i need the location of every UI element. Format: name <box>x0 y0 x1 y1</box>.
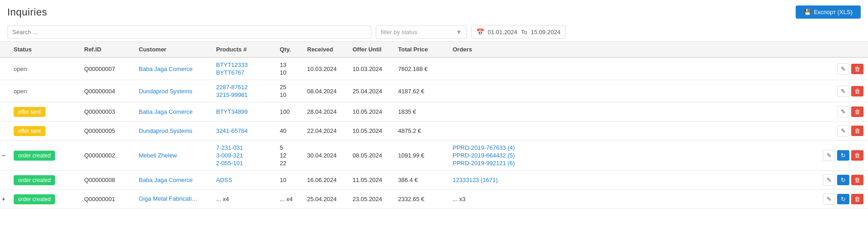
order-link[interactable]: PPRD-2019-992121 (6) <box>453 160 813 167</box>
status-cell: open <box>9 80 80 102</box>
filter-status-dropdown[interactable]: filter by status ▼ <box>376 25 467 39</box>
delete-button[interactable]: 🗑 <box>851 194 863 204</box>
customer-cell[interactable]: Dundaprod Systems <box>134 121 212 141</box>
delete-button[interactable]: 🗑 <box>851 126 863 136</box>
col-customer: Customer <box>134 42 212 57</box>
expand-col <box>0 57 9 80</box>
date-range-picker[interactable]: 📅 01.01.2024 To 15.09.2024 <box>471 25 565 39</box>
table-header-row: Status Ref.ID Customer Products # Qty. R… <box>0 42 868 57</box>
table-row: openQ00000007Baba Jaga ComerceBTYT12333B… <box>0 57 868 80</box>
product-link[interactable]: BTYT12333 <box>216 61 271 68</box>
customer-link[interactable]: Baba Jaga Comerce <box>139 108 193 115</box>
product-link[interactable]: 3215-99981 <box>216 91 271 98</box>
customer-link[interactable]: Dundaprod Systems <box>139 127 192 134</box>
edit-button[interactable]: ✎ <box>823 174 835 186</box>
orders-cell: ... x3 <box>448 190 818 209</box>
status-cell: order created <box>9 171 80 190</box>
actions-cell: ✎↻🗑 <box>818 171 868 190</box>
col-products: Products # <box>212 42 275 57</box>
products-cell: ... x4 <box>212 190 275 209</box>
refid-cell: Q00000008 <box>80 171 134 190</box>
export-button[interactable]: 💾 Експорт (XLS) <box>796 5 861 19</box>
product-link[interactable]: 2-055-101 <box>216 160 271 167</box>
table-row: openQ00000004Dundaprod Systems2287-87612… <box>0 80 868 102</box>
product-link[interactable]: BTYT34899 <box>216 108 271 115</box>
export-icon: 💾 <box>804 9 811 15</box>
edit-button[interactable]: ✎ <box>823 193 835 205</box>
received-cell: 10.03.2024 <box>303 57 348 80</box>
customer-link[interactable]: Mebeli Zhelew <box>139 152 177 159</box>
customer-link[interactable]: Baba Jaga Comerce <box>139 66 193 72</box>
table-row: offer sentQ00000003Baba Jaga ComerceBTYT… <box>0 102 868 121</box>
col-orders: Orders <box>448 42 818 57</box>
inquiries-table: Status Ref.ID Customer Products # Qty. R… <box>0 42 868 209</box>
product-link[interactable]: ADSS <box>216 177 271 183</box>
delete-button[interactable]: 🗑 <box>851 64 863 74</box>
orders-cell: PPRD-2019-767633 (4)PPRD-2019-664432 (5)… <box>448 141 818 171</box>
offer-until-cell: 11.05.2024 <box>348 171 394 190</box>
customer-cell[interactable]: Giga Metal Fabrication <box>134 190 212 209</box>
status-badge: order created <box>14 151 55 161</box>
delete-button[interactable]: 🗑 <box>851 150 863 161</box>
customer-cell[interactable]: Mebeli Zhelew <box>134 141 212 171</box>
refid-cell: Q00000002 <box>80 141 134 171</box>
delete-button[interactable]: 🗑 <box>851 106 863 117</box>
qty-cell: 100 <box>275 102 303 121</box>
edit-button[interactable]: ✎ <box>837 106 849 117</box>
customer-link[interactable]: Baba Jaga Comerce <box>139 177 193 183</box>
expand-col <box>0 80 9 102</box>
customer-cell[interactable]: Baba Jaga Comerce <box>134 57 212 80</box>
expand-col <box>0 171 9 190</box>
expand-col[interactable]: − <box>0 141 9 171</box>
edit-button[interactable]: ✎ <box>837 125 849 137</box>
status-cell: offer sent <box>9 102 80 121</box>
calendar-icon: 📅 <box>476 28 484 35</box>
col-offer-until: Offer Until <box>348 42 394 57</box>
product-link[interactable]: 7-231-031 <box>216 144 271 151</box>
qty-cell: 10 <box>275 171 303 190</box>
expand-col[interactable]: + <box>0 190 9 209</box>
orders-cell <box>448 121 818 141</box>
customer-link[interactable]: Giga Metal Fabrication <box>139 195 198 202</box>
table-row: +order createdQ00000001Giga Metal Fabric… <box>0 190 868 209</box>
order-link[interactable]: 12333123 (1671) <box>453 177 813 183</box>
offer-until-cell: 08.05.2024 <box>348 141 394 171</box>
order-link[interactable]: PPRD-2019-767633 (4) <box>453 144 813 151</box>
edit-button[interactable]: ✎ <box>837 63 849 75</box>
customer-cell[interactable]: Baba Jaga Comerce <box>134 171 212 190</box>
product-link[interactable]: 3-009-321 <box>216 152 271 159</box>
order-link[interactable]: PPRD-2019-664432 (5) <box>453 152 813 159</box>
product-link[interactable]: BYTT6767 <box>216 69 271 76</box>
customer-cell[interactable]: Dundaprod Systems <box>134 80 212 102</box>
chevron-down-icon: ▼ <box>456 29 462 35</box>
qty-cell: 2510 <box>275 80 303 102</box>
status-badge: order created <box>14 194 55 204</box>
product-link[interactable]: 2287-87612 <box>216 84 271 91</box>
delete-button[interactable]: 🗑 <box>851 86 863 96</box>
table-row: order createdQ00000008Baba Jaga ComerceA… <box>0 171 868 190</box>
sync-button[interactable]: ↻ <box>837 175 849 185</box>
sync-button[interactable]: ↻ <box>837 194 849 204</box>
customer-cell[interactable]: Baba Jaga Comerce <box>134 102 212 121</box>
offer-until-cell: 10.05.2024 <box>348 102 394 121</box>
refid-cell: Q00000001 <box>80 190 134 209</box>
edit-button[interactable]: ✎ <box>823 150 835 161</box>
received-cell: 16.06.2024 <box>303 171 348 190</box>
sync-button[interactable]: ↻ <box>837 150 849 161</box>
edit-button[interactable]: ✎ <box>837 86 849 97</box>
product-link[interactable]: 3241-65784 <box>216 127 271 134</box>
customer-link[interactable]: Dundaprod Systems <box>139 88 192 95</box>
status-cell: order created <box>9 141 80 171</box>
status-badge: offer sent <box>14 107 45 117</box>
delete-button[interactable]: 🗑 <box>851 175 863 185</box>
actions-cell: ✎↻🗑 <box>818 190 868 209</box>
offer-until-cell: 10.05.2024 <box>348 121 394 141</box>
col-expand <box>0 42 9 57</box>
col-received: Received <box>303 42 348 57</box>
expand-col <box>0 121 9 141</box>
qty-cell: ... x4 <box>275 190 303 209</box>
refid-cell: Q00000003 <box>80 102 134 121</box>
search-input[interactable] <box>7 25 371 39</box>
products-cell: ADSS <box>212 171 275 190</box>
table-row: −order createdQ00000002Mebeli Zhelew7-23… <box>0 141 868 171</box>
